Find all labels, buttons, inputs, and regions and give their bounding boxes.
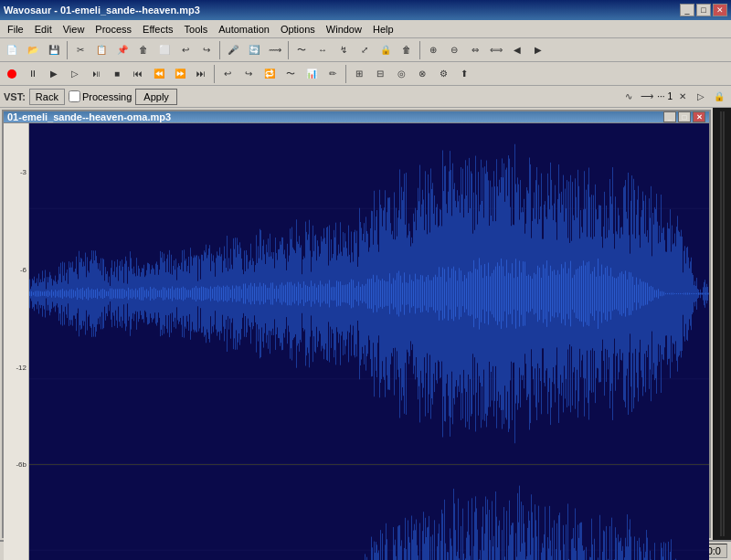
vu-bars (719, 110, 726, 538)
redo-button[interactable]: ↪ (196, 40, 217, 60)
new-button[interactable]: 📄 (2, 40, 22, 60)
close-button[interactable]: ✕ (713, 4, 727, 16)
menu-effects[interactable]: Effects (137, 23, 178, 36)
undo-button[interactable]: ↩ (175, 40, 196, 60)
menu-edit[interactable]: Edit (29, 23, 58, 36)
delete-button[interactable]: 🗑 (133, 40, 154, 60)
main-area: 01-emeli_sande--heaven-oma.mp3 _ □ ✕ -3 … (0, 108, 731, 540)
play-small-icon[interactable]: ▷ (693, 89, 709, 105)
next-button[interactable]: ▶ (528, 40, 548, 60)
zoom-out-button[interactable]: ⊖ (444, 40, 464, 60)
wave-panel: 01-emeli_sande--heaven-oma.mp3 _ □ ✕ -3 … (0, 108, 713, 540)
redo2-button[interactable]: ↪ (238, 64, 259, 84)
db-label-3: -12 (16, 364, 26, 372)
minimize-button[interactable]: _ (680, 4, 694, 16)
trash-button[interactable]: 🗑 (397, 40, 417, 60)
crop-button[interactable]: ⬜ (154, 40, 175, 60)
pause-button[interactable]: ⏸ (23, 64, 43, 84)
wave-close-button[interactable]: ✕ (693, 111, 705, 122)
wave-btn4[interactable]: ⤢ (355, 40, 375, 60)
wave-minimize-button[interactable]: _ (663, 111, 676, 122)
loop-button[interactable]: 🔄 (244, 40, 264, 60)
fx-button[interactable]: ⚙ (433, 64, 453, 84)
title-bar: Wavosaur - 01-emeli_sande--heaven.mp3 _ … (0, 0, 731, 20)
vst-bar: VST: Rack Processing Apply ∿ ⟶ ··· 1 ✕ ▷… (0, 86, 731, 108)
stereo-button[interactable]: ⊗ (412, 64, 432, 84)
toolbar-row-1: 📄 📂 💾 ✂ 📋 📌 🗑 ⬜ ↩ ↪ 🎤 🔄 ⟿ 〜 ↔ ↯ ⤢ 🔒 🗑 ⊕ … (0, 38, 731, 62)
export-button[interactable]: ⬆ (454, 64, 474, 84)
waveform-canvas-2 (29, 465, 709, 560)
wave-btn3[interactable]: ↯ (334, 40, 354, 60)
wave-window-controls: _ □ ✕ (663, 111, 705, 122)
toolbar-row-2: ⏸ ▶ ▷ ⏯ ■ ⏮ ⏪ ⏩ ⏭ ↩ ↪ 🔁 〜 📊 ✏ ⊞ ⊟ ◎ ⊗ ⚙ … (0, 62, 731, 86)
mix-button[interactable]: ⟿ (265, 40, 285, 60)
separator-4 (419, 41, 420, 59)
wave2-button[interactable]: 〜 (281, 64, 301, 84)
mic-button[interactable]: 🎤 (223, 40, 243, 60)
apply-button[interactable]: Apply (135, 89, 177, 105)
pointer-icon[interactable]: ⟶ (639, 89, 655, 105)
menu-file[interactable]: File (2, 23, 29, 36)
menu-view[interactable]: View (58, 23, 90, 36)
cut-button[interactable]: ✂ (70, 40, 90, 60)
zoom-all-button[interactable]: ⟺ (486, 40, 506, 60)
zoom-in-button[interactable]: ⊕ (423, 40, 443, 60)
lock2-icon[interactable]: 🔒 (711, 89, 727, 105)
rewind-button[interactable]: ⏮ (128, 64, 148, 84)
channel-2 (29, 465, 709, 560)
edit2-button[interactable]: ✏ (323, 64, 343, 84)
processing-check[interactable] (69, 90, 80, 102)
wave-window: 01-emeli_sande--heaven-oma.mp3 _ □ ✕ -3 … (2, 110, 711, 538)
loop2-button[interactable]: 🔁 (260, 64, 280, 84)
vu-ch-0 (720, 111, 722, 536)
app-title: Wavosaur - 01-emeli_sande--heaven.mp3 (4, 5, 200, 16)
step-back-button[interactable]: ⏪ (149, 64, 169, 84)
stop-button[interactable]: ■ (107, 64, 127, 84)
wave-maximize-button[interactable]: □ (678, 111, 691, 122)
spec-button[interactable]: 📊 (302, 64, 322, 84)
menu-window[interactable]: Window (321, 23, 367, 36)
processing-label: Processing (82, 91, 132, 102)
vu-ch-1 (723, 111, 725, 536)
paste-button[interactable]: 📌 (112, 40, 132, 60)
wave-file-title: 01-emeli_sande--heaven-oma.mp3 (7, 111, 171, 122)
channel-1 (29, 123, 709, 465)
waveform-canvas-1 (29, 123, 709, 464)
play-button1[interactable]: ▶ (44, 64, 64, 84)
prev-button[interactable]: ◀ (507, 40, 527, 60)
menu-tools[interactable]: Tools (179, 23, 214, 36)
vu-meter (713, 108, 731, 540)
wave-btn1[interactable]: 〜 (291, 40, 312, 60)
menu-help[interactable]: Help (367, 23, 399, 36)
snap-button[interactable]: ⊞ (349, 64, 369, 84)
separator-1 (67, 41, 68, 59)
processing-checkbox[interactable]: Processing (69, 90, 132, 102)
db-scale: -3 -6 -12 -6b -12 -6 -3 (4, 123, 29, 560)
menu-process[interactable]: Process (90, 23, 137, 36)
copy-button[interactable]: 📋 (91, 40, 111, 60)
menu-options[interactable]: Options (275, 23, 321, 36)
maximize-button[interactable]: □ (696, 4, 711, 16)
ffwd-button[interactable]: ⏭ (191, 64, 211, 84)
step-fwd-button[interactable]: ⏩ (170, 64, 190, 84)
wave-btn2[interactable]: ↔ (313, 40, 333, 60)
window-controls: _ □ ✕ (680, 4, 727, 16)
rack-button[interactable]: Rack (29, 89, 65, 105)
record-button[interactable] (2, 64, 22, 84)
grid-button[interactable]: ⊟ (370, 64, 390, 84)
x-close-icon[interactable]: ✕ (674, 89, 691, 105)
db-label-1: -3 (20, 168, 26, 176)
zoom-fit-button[interactable]: ⇔ (465, 40, 485, 60)
draw-icon[interactable]: ∿ (620, 89, 637, 105)
separator-6 (345, 65, 346, 83)
menu-automation[interactable]: Automation (213, 23, 275, 36)
mono-button[interactable]: ◎ (391, 64, 411, 84)
play-button2[interactable]: ▷ (65, 64, 85, 84)
lock-button[interactable]: 🔒 (376, 40, 396, 60)
stop-pause-button[interactable]: ⏯ (86, 64, 106, 84)
undo2-button[interactable]: ↩ (217, 64, 238, 84)
separator-5 (214, 65, 215, 83)
save-button[interactable]: 💾 (44, 40, 64, 60)
wave-display: -3 -6 -12 -6b -12 -6 -3 (4, 123, 709, 560)
open-button[interactable]: 📂 (23, 40, 43, 60)
